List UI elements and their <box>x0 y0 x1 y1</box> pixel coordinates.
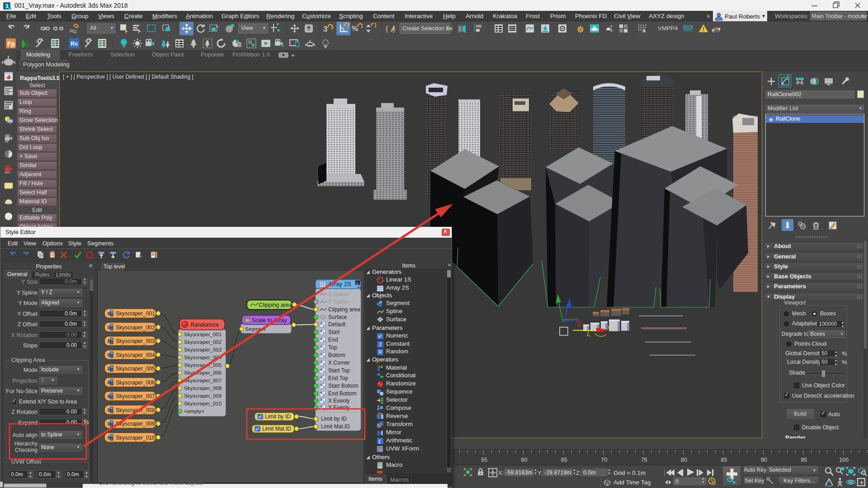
svg-text:x²: x² <box>378 334 382 339</box>
svg-text:!: ! <box>703 26 704 33</box>
svg-text:2: 2 <box>381 392 382 395</box>
svg-text:Skyscraper_006: Skyscraper_006 <box>184 370 222 375</box>
svg-text:Y Spline: Y Spline <box>328 299 349 305</box>
svg-text:Skyscraper_008: Skyscraper_008 <box>116 407 155 413</box>
svg-text:}: } <box>393 25 396 33</box>
svg-text:Scale to Array: Scale to Array <box>252 317 288 324</box>
svg-text:Limit by ID: Limit by ID <box>321 416 347 422</box>
svg-text:3: 3 <box>5 3 8 9</box>
svg-text:x²: x² <box>258 415 262 419</box>
svg-text:Skyscraper_004: Skyscraper_004 <box>184 355 222 360</box>
svg-text:Limit Mat.ID: Limit Mat.ID <box>262 426 291 432</box>
svg-text:Segment: Segment <box>245 326 266 332</box>
svg-text:X Spline: X Spline <box>328 291 349 297</box>
svg-text:abc: abc <box>5 107 9 109</box>
svg-text:x²: x² <box>255 427 259 432</box>
svg-text:Randomize: Randomize <box>190 322 219 328</box>
svg-text:R: R <box>378 349 382 355</box>
svg-text:Limit Mat.ID: Limit Mat.ID <box>321 423 350 430</box>
svg-text:Skyscraper_007: Skyscraper_007 <box>116 393 155 399</box>
svg-text:Skyscraper_002: Skyscraper_002 <box>184 339 222 345</box>
svg-text:Limit by ID: Limit by ID <box>265 413 291 420</box>
svg-text:Start Bottom: Start Bottom <box>328 383 359 389</box>
svg-text:End Top: End Top <box>328 375 348 381</box>
svg-text:Skyscraper_006: Skyscraper_006 <box>116 380 155 386</box>
svg-text:Bottom: Bottom <box>328 352 345 358</box>
svg-text:Skyscraper_007: Skyscraper_007 <box>184 378 222 383</box>
svg-text:Skyscraper_001: Skyscraper_001 <box>116 310 155 317</box>
svg-text:Skyscraper_002: Skyscraper_002 <box>116 324 155 331</box>
svg-text:End: End <box>328 337 338 343</box>
svg-text:Skyscraper_001: Skyscraper_001 <box>184 332 222 337</box>
svg-text:Skyscraper_009: Skyscraper_009 <box>116 421 155 427</box>
svg-text:Y Evenly: Y Evenly <box>328 404 349 411</box>
svg-text:Skyscraper_005: Skyscraper_005 <box>184 362 222 368</box>
svg-text:%: % <box>352 25 358 33</box>
svg-text:3: 3 <box>323 25 327 33</box>
svg-text:Skyscraper_003: Skyscraper_003 <box>116 338 155 344</box>
svg-text:X Corner: X Corner <box>328 360 350 366</box>
svg-text:Skyscraper_003: Skyscraper_003 <box>184 347 222 352</box>
svg-text:Skyscraper_008: Skyscraper_008 <box>184 385 222 391</box>
svg-text:Skyscraper_009: Skyscraper_009 <box>184 393 222 399</box>
svg-text:Top: Top <box>328 344 337 351</box>
svg-text:Skyscraper_010: Skyscraper_010 <box>184 401 222 406</box>
svg-text:MAX: MAX <box>5 171 10 174</box>
svg-text:X Evenly: X Evenly <box>328 398 349 404</box>
svg-text:Clipping area: Clipping area <box>259 302 292 308</box>
svg-text:{: { <box>386 25 388 33</box>
svg-text:Skyscraper_005: Skyscraper_005 <box>116 366 155 372</box>
svg-text:Surface: Surface <box>328 314 347 320</box>
svg-text:Start Top: Start Top <box>328 367 350 374</box>
svg-text:Σ: Σ <box>378 439 382 444</box>
svg-text:Skyscraper_010: Skyscraper_010 <box>116 435 155 441</box>
svg-text:Rc: Rc <box>71 40 78 47</box>
svg-text:<empty>: <empty> <box>184 408 204 414</box>
svg-text:x: x <box>356 281 358 285</box>
svg-text:2: 2 <box>379 342 382 347</box>
svg-text:x: x <box>608 324 610 330</box>
svg-text:Clipping area: Clipping area <box>328 306 360 313</box>
svg-text:Skyscraper_004: Skyscraper_004 <box>116 352 155 358</box>
svg-text:3D: 3D <box>245 319 250 323</box>
svg-text:Start: Start <box>328 329 340 335</box>
svg-text:Default: Default <box>328 321 346 328</box>
svg-text:End Bottom: End Bottom <box>328 390 357 397</box>
svg-text:A: A <box>642 28 646 33</box>
svg-text:1: 1 <box>377 390 379 393</box>
svg-text:Fp: Fp <box>7 40 15 47</box>
svg-text:Array 2S: Array 2S <box>328 281 351 287</box>
